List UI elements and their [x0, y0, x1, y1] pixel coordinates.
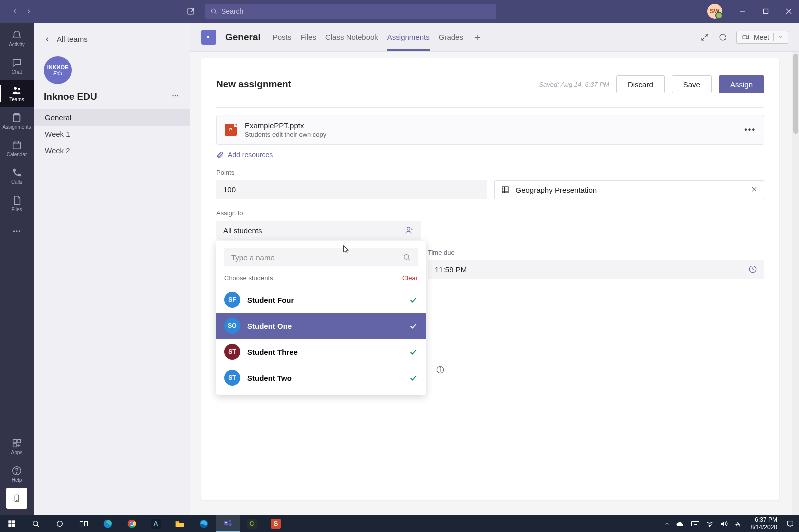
channel-week-2[interactable]: Week 2 [34, 142, 190, 159]
taskbar-camtasia[interactable]: C [240, 515, 264, 532]
tray-keyboard-icon[interactable] [691, 520, 700, 527]
remove-rubric-button[interactable] [751, 186, 758, 194]
tab-grades[interactable]: Grades [439, 24, 463, 50]
svg-point-48 [57, 521, 63, 526]
window-close-button[interactable] [782, 5, 795, 18]
team-more-button[interactable] [171, 91, 180, 102]
svg-point-7 [14, 87, 17, 90]
rail-mobile-button[interactable] [6, 488, 27, 509]
tray-wifi-icon[interactable] [706, 520, 714, 527]
rail-chat[interactable]: Chat [0, 52, 34, 80]
add-tab-button[interactable]: ＋ [472, 30, 482, 44]
info-icon[interactable] [436, 365, 445, 374]
taskbar-app-a[interactable]: A [144, 515, 168, 532]
team-logo[interactable]: INKИOE Edu [44, 56, 72, 84]
nav-forward-button[interactable] [22, 4, 36, 18]
taskbar-edge-2[interactable] [192, 515, 216, 532]
rail-calls[interactable]: Calls [0, 162, 34, 190]
taskbar-edge[interactable] [96, 515, 120, 532]
channel-general[interactable]: General [34, 109, 190, 126]
channel-week-1[interactable]: Week 1 [34, 126, 190, 142]
attachment-row[interactable]: P ExamplePPT.pptx Students edit their ow… [216, 115, 764, 145]
search-input[interactable]: Search [205, 4, 496, 19]
time-due-input[interactable]: 11:59 PM [428, 260, 764, 279]
svg-line-37 [408, 259, 410, 260]
rubric-chip[interactable]: Geography Presentation [494, 180, 765, 199]
taskbar-snagit[interactable]: S [264, 515, 288, 532]
taskbar-search[interactable] [24, 515, 48, 532]
saved-status: Saved: Aug 14, 6:37 PM [539, 81, 609, 88]
rail-help[interactable]: Help [0, 460, 34, 488]
cortana-button[interactable] [48, 515, 72, 532]
save-button[interactable]: Save [672, 75, 712, 93]
tray-onedrive-icon[interactable] [676, 521, 685, 527]
refresh-icon[interactable] [718, 33, 727, 42]
taskbar-explorer[interactable] [168, 515, 192, 532]
student-search-input[interactable]: Type a name [224, 248, 418, 266]
channel-tabs: IE General Posts Files Class Notebook As… [190, 23, 799, 52]
tray-clock[interactable]: 6:37 PM 8/14/2020 [751, 516, 777, 531]
tab-assignments[interactable]: Assignments [387, 24, 430, 50]
svg-rect-68 [788, 521, 793, 525]
window-minimize-button[interactable] [736, 5, 749, 18]
start-button[interactable] [0, 515, 24, 532]
discard-button[interactable]: Discard [616, 75, 665, 93]
channel-team-avatar: IE [201, 30, 216, 45]
avatar: SO [224, 318, 240, 334]
tab-posts[interactable]: Posts [273, 24, 292, 50]
student-option-three[interactable]: ST Student Three [216, 339, 426, 365]
student-picker-dropdown: Type a name Choose students Clear SF Stu… [216, 241, 426, 395]
add-resources-link[interactable]: Add resources [216, 151, 764, 159]
tray-volume-icon[interactable] [720, 520, 728, 527]
points-input[interactable]: 100 [216, 180, 487, 199]
nav-back-button[interactable] [8, 4, 22, 18]
rail-teams[interactable]: Teams [0, 80, 34, 107]
rail-assignments[interactable]: Assignments [0, 107, 34, 135]
task-view-button[interactable] [72, 515, 96, 532]
rail-apps[interactable]: Apps [0, 433, 34, 460]
user-avatar[interactable]: SW [707, 4, 722, 19]
scrollbar[interactable] [792, 52, 799, 515]
assign-button[interactable]: Assign [719, 75, 764, 93]
rail-more[interactable] [0, 217, 34, 245]
taskbar-teams[interactable]: T [216, 515, 240, 532]
add-person-icon[interactable] [405, 226, 414, 235]
left-panel: All teams INKИOE Edu Inknoe EDU General … [34, 23, 190, 515]
assign-to-input[interactable]: All students [216, 221, 421, 240]
svg-point-35 [407, 227, 410, 230]
taskbar-chrome[interactable] [120, 515, 144, 532]
student-option-one[interactable]: SO Student One [216, 313, 426, 339]
assignment-card: New assignment Saved: Aug 14, 6:37 PM Di… [201, 58, 779, 500]
svg-rect-11 [13, 142, 21, 149]
rail-activity[interactable]: Activity [0, 25, 34, 52]
svg-rect-50 [85, 521, 88, 526]
channel-title: General [225, 32, 261, 43]
expand-icon[interactable] [700, 33, 709, 42]
tray-notifications-icon[interactable] [786, 520, 794, 528]
student-option-two[interactable]: ST Student Two [216, 365, 426, 391]
time-due-label: Time due [428, 249, 764, 256]
svg-rect-0 [188, 8, 194, 14]
svg-rect-62 [229, 523, 232, 526]
tab-class-notebook[interactable]: Class Notebook [325, 24, 378, 50]
compose-button[interactable] [182, 3, 199, 20]
svg-rect-44 [8, 524, 11, 527]
tray-chevron-up-icon[interactable] [664, 521, 670, 527]
attachment-more-button[interactable]: ••• [744, 125, 756, 134]
svg-text:T: T [225, 521, 227, 525]
svg-line-47 [37, 525, 39, 527]
rail-files[interactable]: Files [0, 190, 34, 217]
tab-files[interactable]: Files [300, 24, 316, 50]
svg-rect-43 [12, 520, 15, 523]
svg-point-24 [16, 500, 17, 501]
meet-button[interactable]: Meet [736, 31, 788, 44]
student-option-four[interactable]: SF Student Four [216, 287, 426, 313]
svg-point-15 [13, 230, 15, 232]
tray-input-icon[interactable] [734, 520, 742, 528]
rail-calendar[interactable]: Calendar [0, 135, 34, 162]
clear-students-button[interactable]: Clear [402, 274, 418, 282]
all-teams-link[interactable]: All teams [34, 31, 190, 47]
avatar: SF [224, 292, 240, 308]
window-maximize-button[interactable] [759, 5, 772, 18]
attachment-subtitle: Students edit their own copy [245, 131, 736, 138]
